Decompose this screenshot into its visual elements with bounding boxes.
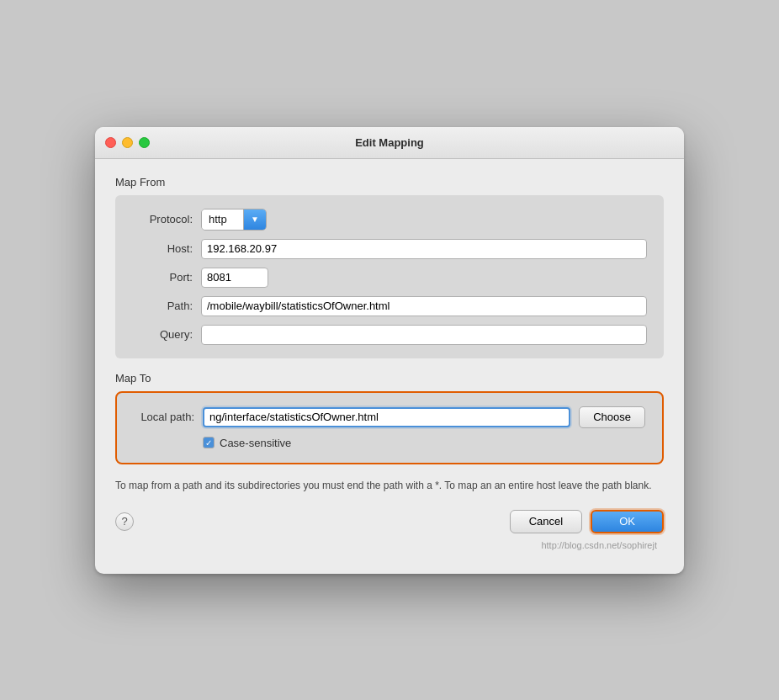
traffic-lights — [105, 137, 150, 148]
local-path-row: Local path: Choose — [134, 406, 645, 428]
port-input[interactable] — [201, 268, 268, 288]
case-sensitive-checkbox-wrapper[interactable]: ✓ Case-sensitive — [203, 437, 291, 449]
path-input[interactable] — [201, 296, 647, 316]
query-row: Query: — [132, 325, 647, 345]
query-label: Query: — [132, 328, 193, 341]
close-button[interactable] — [105, 137, 116, 148]
query-input[interactable] — [201, 325, 647, 345]
dialog-content: Map From Protocol: http ▼ Host: Port: — [95, 159, 684, 574]
map-to-label: Map To — [115, 372, 664, 384]
path-label: Path: — [132, 300, 193, 312]
protocol-value: http — [202, 209, 244, 230]
protocol-row: Protocol: http ▼ — [132, 209, 647, 231]
case-sensitive-checkbox[interactable]: ✓ — [203, 437, 215, 448]
map-to-box: Local path: Choose ✓ Case-sensitive — [115, 391, 664, 464]
case-sensitive-row: ✓ Case-sensitive — [203, 437, 645, 449]
title-bar: Edit Mapping — [95, 127, 684, 159]
port-label: Port: — [132, 271, 193, 284]
map-to-section: Map To Local path: Choose ✓ Case-sensiti… — [115, 372, 664, 464]
local-path-label: Local path: — [134, 411, 194, 423]
map-from-section: Protocol: http ▼ Host: Port: Path: — [115, 195, 664, 358]
path-row: Path: — [132, 296, 647, 316]
cancel-button[interactable]: Cancel — [510, 510, 582, 533]
help-button[interactable]: ? — [115, 512, 134, 531]
minimize-button[interactable] — [122, 137, 133, 148]
map-from-label: Map From — [115, 176, 664, 188]
hint-text: To map from a path and its subdirectorie… — [115, 478, 664, 493]
host-row: Host: — [132, 239, 647, 259]
local-path-input[interactable] — [203, 407, 570, 427]
port-row: Port: — [132, 268, 647, 288]
host-label: Host: — [132, 242, 193, 255]
protocol-label: Protocol: — [132, 213, 193, 225]
window-title: Edit Mapping — [355, 136, 424, 149]
footer: ? Cancel OK — [115, 510, 664, 537]
ok-button[interactable]: OK — [591, 510, 664, 533]
protocol-arrow-icon[interactable]: ▼ — [244, 209, 266, 230]
dialog-window: Edit Mapping Map From Protocol: http ▼ H… — [95, 127, 684, 574]
maximize-button[interactable] — [139, 137, 150, 148]
host-input[interactable] — [201, 239, 647, 259]
choose-button[interactable]: Choose — [579, 406, 645, 428]
protocol-dropdown[interactable]: http ▼ — [201, 209, 267, 231]
footer-buttons: Cancel OK — [510, 510, 664, 533]
watermark: http://blog.csdn.net/sophirejt — [115, 537, 664, 557]
case-sensitive-label: Case-sensitive — [220, 437, 291, 449]
